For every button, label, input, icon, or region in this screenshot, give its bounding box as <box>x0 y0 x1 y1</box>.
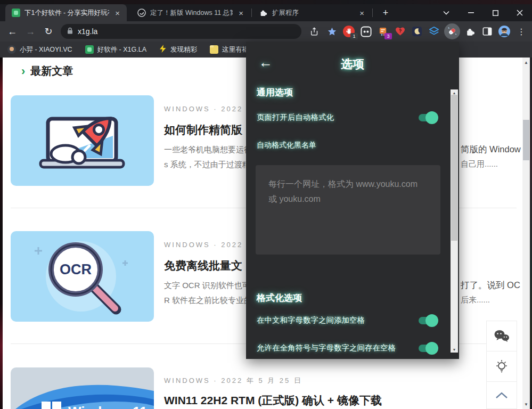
dark-mode-moon-icon[interactable] <box>410 24 424 38</box>
share-icon[interactable] <box>308 24 322 38</box>
bookmark-discover[interactable]: 发现精彩 <box>159 45 197 54</box>
desktop-edge-strip <box>530 58 532 409</box>
wechat-share-button[interactable] <box>486 321 517 351</box>
side-panel-icon[interactable] <box>480 24 494 38</box>
close-window-button[interactable] <box>508 4 532 21</box>
site-favicon-icon <box>137 9 146 17</box>
popup-scroll-down-icon[interactable]: ▼ <box>451 346 458 353</box>
adguard-badge: 1 <box>350 33 358 39</box>
tab-strip: 下1个好软件 - 分享实用好玩有趣 × 定了！新版 Windows 11 总算来… <box>0 4 532 21</box>
toggle-knob <box>425 111 438 124</box>
browser-window: 下1个好软件 - 分享实用好玩有趣 × 定了！新版 Windows 11 总算来… <box>0 0 532 409</box>
article-thumbnail-ocr[interactable]: OCR <box>11 231 154 322</box>
article-excerpt-line: s 系统，不过由于过渡精 <box>164 160 250 170</box>
chevron-right-icon: › <box>21 66 25 77</box>
forward-button[interactable]: → <box>22 23 38 39</box>
section-heading-text: 最新文章 <box>30 64 73 78</box>
translator-extension-icon[interactable]: 3 <box>376 24 390 38</box>
article-meta: WINDOWS · 2022 年 <box>164 240 255 250</box>
night-mode-button[interactable] <box>486 351 517 382</box>
adguard-extension-icon[interactable]: 1 <box>342 24 356 38</box>
bookmark-x1g-icon <box>85 45 94 54</box>
toggle-label: 页面打开后自动格式化 <box>257 112 419 122</box>
puzzle-favicon-icon <box>259 9 268 17</box>
toolbar-icons: 1 3 ? <box>308 23 528 39</box>
article-excerpt-line: 文字 OCR 识别软件也可 <box>164 281 250 291</box>
maximize-button[interactable] <box>483 4 508 21</box>
tab-extensions[interactable]: 扩展程序 × <box>253 4 371 21</box>
bookmark-label: 发现精彩 <box>170 45 197 54</box>
reload-button[interactable]: ↻ <box>40 23 56 39</box>
bookmark-star-icon[interactable] <box>325 24 339 38</box>
formatter-extension-icon-active[interactable] <box>444 23 460 39</box>
bookmark-lightning-icon <box>159 45 167 54</box>
tab-close-icon[interactable]: × <box>237 9 245 17</box>
section-heading: › 最新文章 <box>21 64 73 78</box>
bookmark-label: 小羿 - XIAOYI.VC <box>20 45 72 54</box>
browser-menu-kebab-icon[interactable]: ⋮ <box>514 24 528 38</box>
auto-format-toggle[interactable] <box>419 114 436 121</box>
popup-row-add-space: 在中文和字母数字之间添加空格 <box>257 315 440 325</box>
article-title[interactable]: WIN11 22H2 RTM (正式版) 确认 + 镜像下载 <box>164 393 382 408</box>
bookmark-xiaoyi[interactable]: 小羿 - XIAOYI.VC <box>7 45 72 54</box>
chevron-up-icon <box>495 391 509 399</box>
popup-row-auto-format: 页面打开后自动格式化 <box>257 112 440 122</box>
address-bar[interactable]: x1g.la <box>61 24 301 39</box>
toggle-knob <box>425 342 438 355</box>
back-to-top-button[interactable] <box>486 381 517 409</box>
page-scrollbar[interactable]: ▲ ▼ <box>522 58 530 409</box>
add-space-toggle[interactable] <box>419 317 436 324</box>
blacklist-label: 自动格式化黑名单 <box>257 141 316 150</box>
bookmark-label: 好软件 - X1G.LA <box>97 45 146 54</box>
toggle-knob <box>425 314 438 327</box>
article-excerpt-line: 一些老爷机电脑想要运行 <box>164 145 252 155</box>
article-thumbnail-win11[interactable]: Windows 11 <box>11 367 154 409</box>
tab-x1g[interactable]: 下1个好软件 - 分享实用好玩有趣 × <box>5 4 127 21</box>
new-tab-button[interactable]: + <box>378 5 393 20</box>
bookmark-x1g[interactable]: 好软件 - X1G.LA <box>85 45 146 54</box>
article-title[interactable]: 如何制作精简版 <box>164 122 242 137</box>
toggle-label: 允许在全角符号与字母数字之间存在空格 <box>257 343 419 353</box>
tab-title: 定了！新版 Windows 11 总算来 <box>150 9 233 18</box>
bookmark-folder-icon <box>210 45 218 54</box>
windows11-illustration: Windows 11 <box>11 367 154 409</box>
back-button[interactable]: ← <box>4 23 20 39</box>
wechat-icon <box>494 329 510 343</box>
lightbulb-icon <box>494 359 509 374</box>
window-frame-edge <box>0 0 532 4</box>
oo-extension-icon[interactable] <box>359 24 373 38</box>
window-menu-chevron-icon[interactable] <box>434 4 459 21</box>
scroll-up-arrow-icon[interactable]: ▲ <box>522 59 530 66</box>
blacklist-textarea[interactable] <box>256 165 440 255</box>
article-excerpt-line-right: 后来...... <box>461 295 490 305</box>
tab-windows11-article[interactable]: 定了！新版 Windows 11 总算来 × <box>131 4 250 21</box>
heart-extension-icon[interactable]: ? <box>393 24 407 38</box>
popup-scrollbar[interactable]: ▲ ▼ <box>451 89 458 353</box>
extensions-puzzle-icon[interactable] <box>463 24 477 38</box>
tab-separator <box>372 9 373 17</box>
page-scrollbar-thumb[interactable] <box>523 120 529 160</box>
scroll-down-arrow-icon[interactable]: ▼ <box>522 400 530 408</box>
article-meta: WINDOWS · 2022 年 5 月 25 日 <box>164 376 302 386</box>
article-title[interactable]: 免费离线批量文 <box>164 258 242 273</box>
popup-scrollbar-thumb[interactable] <box>451 95 457 241</box>
browser-toolbar: ← → ↻ x1g.la 1 <box>0 21 532 42</box>
minimize-button[interactable] <box>459 4 483 21</box>
ocr-thumb-text: OCR <box>60 261 92 277</box>
x1g-favicon-icon <box>12 9 20 17</box>
popup-section-format: 格式化选项 <box>257 292 302 304</box>
tab-close-icon[interactable]: × <box>113 9 121 17</box>
allow-space-toggle[interactable] <box>419 345 436 352</box>
svg-text:?: ? <box>398 28 401 34</box>
article-excerpt-line-right: 简版的 Window <box>461 144 521 156</box>
profile-avatar[interactable] <box>497 24 511 38</box>
article-excerpt-line: R 软件在之前比较专业的 <box>164 296 252 306</box>
layers-extension-icon[interactable] <box>427 24 441 38</box>
article-thumbnail-rocket[interactable] <box>11 95 154 186</box>
tab-title: 下1个好软件 - 分享实用好玩有趣 <box>24 9 109 18</box>
ocr-magnifier-illustration: OCR <box>11 231 154 322</box>
popup-section-general: 通用选项 <box>257 86 293 99</box>
rocket-laptop-illustration <box>11 95 154 186</box>
tab-close-icon[interactable]: × <box>358 9 366 17</box>
win11-thumb-text: Windows 11 <box>68 404 148 409</box>
